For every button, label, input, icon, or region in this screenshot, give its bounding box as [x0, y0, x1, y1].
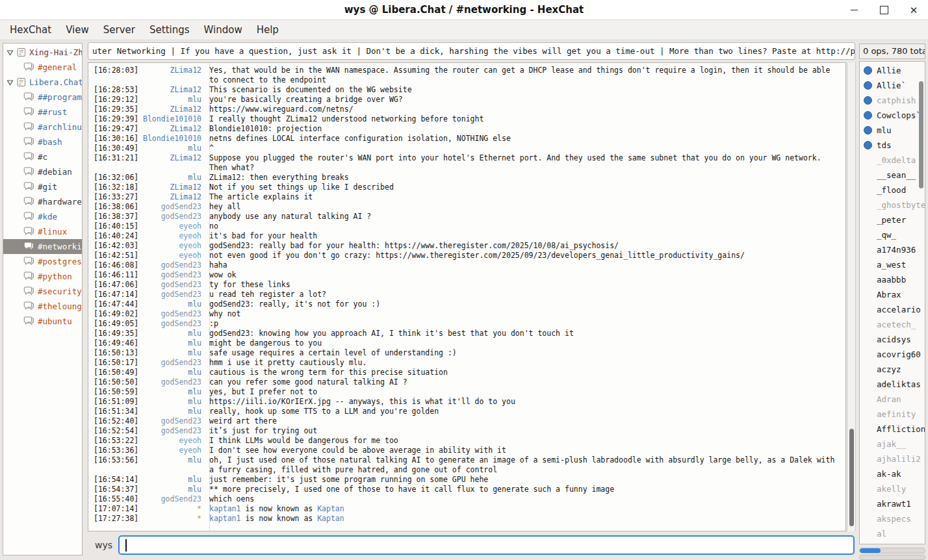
user-list-item[interactable]: catphish [860, 93, 925, 108]
user-list-item[interactable]: ajak__ [860, 437, 925, 452]
user-list-item[interactable]: aldur [860, 541, 925, 544]
user-list-item[interactable]: a_west [860, 257, 925, 272]
user-list-item[interactable]: Allie` [860, 78, 925, 93]
nick[interactable]: godSend23 [139, 202, 201, 212]
tree-channel-debian[interactable]: #debian [3, 164, 82, 179]
nick[interactable]: mlu [139, 173, 201, 183]
nick[interactable]: mlu [139, 348, 201, 358]
menu-server[interactable]: Server [96, 21, 142, 39]
nick[interactable]: eyeoh [139, 446, 201, 455]
tree-channel-security[interactable]: #security [3, 284, 82, 299]
user-list-item[interactable]: acetech_ [860, 317, 925, 332]
nick[interactable]: eyeoh [139, 241, 201, 251]
user-list-item[interactable]: Affliction [860, 422, 925, 437]
close-icon[interactable]: ✕ [909, 5, 919, 16]
topic-bar[interactable]: uter Networking | If you have a question… [88, 42, 855, 60]
message-input[interactable] [118, 535, 855, 555]
user-list-item[interactable]: _qw_ [860, 227, 925, 242]
tree-channel-linux[interactable]: #linux [3, 224, 82, 239]
nick[interactable]: mlu [139, 329, 201, 338]
user-list-item[interactable]: _0xdelta [860, 153, 925, 168]
user-list-item[interactable]: ak-ak [860, 466, 925, 481]
chat-scrollbar-thumb[interactable] [849, 429, 854, 526]
user-list-item[interactable]: aefinity [860, 407, 925, 422]
nick[interactable]: mlu [139, 144, 201, 153]
nick[interactable]: godSend23 [139, 494, 201, 504]
nick[interactable]: godSend23 [139, 416, 201, 426]
nick[interactable]: mlu [139, 299, 201, 309]
nick[interactable]: ZLima12 [139, 105, 201, 114]
user-list-item[interactable]: al [860, 526, 925, 541]
tree-channel-hardware[interactable]: #hardware [3, 194, 82, 209]
user-list-item[interactable]: _peter [860, 212, 925, 227]
userlist-scrollbar-thumb[interactable] [919, 81, 923, 188]
nick[interactable]: mlu [139, 368, 201, 377]
nick[interactable]: mlu [139, 338, 201, 348]
nick[interactable]: ZLima12 [139, 183, 201, 192]
tree-channel-rust[interactable]: ##rust [3, 105, 82, 120]
menu-settings[interactable]: Settings [142, 21, 197, 39]
nick[interactable]: mlu [139, 95, 201, 105]
minimize-icon[interactable] [849, 5, 859, 16]
nick[interactable]: godSend23 [139, 358, 201, 368]
user-list-item[interactable]: _ghostbyte [860, 197, 925, 212]
nick[interactable]: godSend23 [139, 212, 201, 222]
user-list-item[interactable]: Cowclops` [860, 108, 925, 123]
nick[interactable]: godSend23 [139, 261, 201, 270]
user-list-item[interactable]: aaabbb [860, 272, 925, 287]
tree-channel-networking[interactable]: #networking [3, 239, 82, 254]
nick[interactable]: * [139, 504, 201, 514]
nick[interactable]: Blondie101010 [139, 114, 201, 124]
maximize-icon[interactable] [879, 5, 889, 16]
user-list-item[interactable]: a174n936 [860, 242, 925, 257]
tree-channel-programming[interactable]: ##programming [3, 90, 82, 105]
user-list-item[interactable]: __sean__ [860, 168, 925, 183]
nick[interactable]: godSend23 [139, 280, 201, 290]
user-list-item[interactable]: acovrig60 [860, 347, 925, 362]
tree-channel-bash[interactable]: #bash [3, 134, 82, 149]
nick[interactable]: Blondie101010 [139, 134, 201, 144]
user-list-item[interactable]: akelly [860, 481, 925, 496]
user-list-item[interactable]: akrawt1 [860, 496, 925, 511]
nick[interactable]: ZLima12 [139, 66, 201, 75]
nick[interactable]: godSend23 [139, 426, 201, 436]
nick[interactable]: godSend23 [139, 290, 201, 299]
tree-channel-git[interactable]: #git [3, 179, 82, 194]
menu-window[interactable]: Window [197, 21, 250, 39]
nick[interactable]: ZLima12 [139, 124, 201, 134]
user-list-item[interactable]: tds [860, 138, 925, 153]
nick[interactable]: mlu [139, 475, 201, 485]
user-list-item[interactable]: akspecs [860, 511, 925, 526]
user-list-item[interactable]: accelario [860, 302, 925, 317]
nick[interactable]: eyeoh [139, 436, 201, 446]
nick[interactable]: mlu [139, 407, 201, 416]
user-list-item[interactable]: Adran [860, 392, 925, 407]
user-list-item[interactable]: Allie [860, 63, 925, 78]
tree-channel-general[interactable]: #general [3, 60, 82, 75]
tree-channel-archlinux[interactable]: #archlinux [3, 120, 82, 134]
user-list-item[interactable]: acidsys [860, 332, 925, 347]
tree-channel-python[interactable]: #python [3, 269, 82, 284]
nick[interactable]: godSend23 [139, 319, 201, 329]
user-list-item[interactable]: Abrax [860, 287, 925, 302]
nick[interactable]: eyeoh [139, 251, 201, 261]
user-list-item[interactable]: _flood [860, 183, 925, 197]
nick[interactable]: godSend23 [139, 270, 201, 280]
user-list-item[interactable]: adeliktas [860, 377, 925, 392]
nick[interactable]: ZLima12 [139, 153, 201, 163]
nick[interactable]: godSend23 [139, 309, 201, 319]
expander-icon[interactable] [6, 79, 14, 86]
tree-server-Libera.Chat[interactable]: Libera.Chat [3, 75, 82, 90]
tree-server-Xing-Hai-Zhan[interactable]: Xing-Hai-Zhan [3, 45, 82, 60]
nick[interactable]: mlu [139, 455, 201, 465]
tree-channel-thelounge[interactable]: #thelounge [3, 299, 82, 314]
nick[interactable]: * [139, 514, 201, 524]
menu-help[interactable]: Help [250, 21, 286, 39]
nick[interactable]: godSend23 [139, 377, 201, 387]
expander-icon[interactable] [6, 49, 14, 56]
user-list-item[interactable]: mlu [860, 123, 925, 138]
nick[interactable]: eyeoh [139, 222, 201, 231]
menu-hexchat[interactable]: HexChat [3, 21, 58, 39]
nick[interactable]: mlu [139, 485, 201, 494]
user-list-item[interactable]: ajhalili2 [860, 452, 925, 466]
